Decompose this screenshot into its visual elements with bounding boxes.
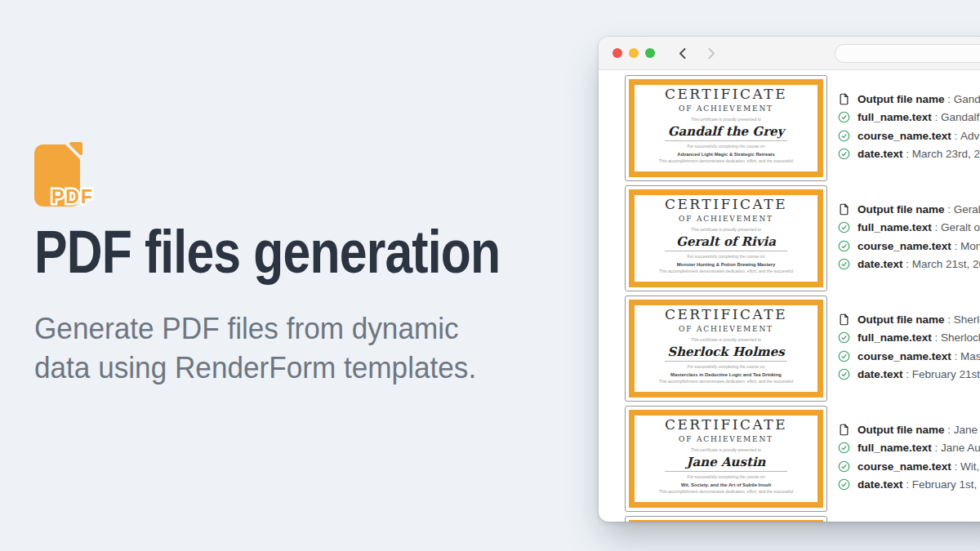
check-circle-icon (838, 221, 850, 233)
check-circle-icon (838, 331, 850, 344)
meta-line: full_name.text : Jane Austin (838, 439, 980, 458)
meta-list: Output file name : Geralt of Rivia full_… (838, 185, 980, 291)
meta-list: Output file name : Gandalf the Grey full… (838, 75, 980, 181)
meta-label: full_name.text (858, 111, 932, 123)
certificate-subtitle: OF ACHIEVEMENT (626, 325, 826, 333)
meta-label: Output file name (858, 203, 945, 216)
page-subtitle-line1: Generate PDF files from dynamic (34, 309, 476, 349)
certificate-row[interactable]: CERTIFICATE OF ACHIEVEMENT This certific… (625, 295, 980, 402)
meta-separator: : (945, 313, 954, 326)
check-circle-icon (838, 148, 850, 160)
meta-separator: : (951, 460, 960, 473)
check-circle-icon (838, 442, 850, 454)
meta-label: full_name.text (858, 442, 932, 454)
certificate-presented-line: This certificate is proudly presented to (640, 118, 811, 122)
meta-line: Output file name : Sherlock Holmes (838, 310, 980, 329)
meta-line: course_name.text : Monster Hunting & Pot… (838, 237, 980, 256)
page-background: { "colors": { "page_bg": "#EEF2F6", "hea… (0, 0, 980, 551)
meta-separator: : (951, 130, 960, 142)
meta-value: Masterclass in Deductive Logic and Tea D… (960, 350, 980, 362)
certificate-row[interactable]: CERTIFICATE OF ACHIEVEMENT This certific… (625, 75, 980, 181)
address-bar-input[interactable] (835, 44, 980, 63)
meta-label: course_name.text (858, 240, 951, 252)
meta-line: Output file name : Geralt of Rivia (838, 200, 980, 219)
zoom-window-button[interactable] (645, 48, 655, 58)
certificate-accomplishment-line: This accomplishment demonstrates dedicat… (640, 490, 811, 494)
certificate-completing-line: For successfully completing the course o… (640, 475, 811, 479)
certificate-signature-line (665, 471, 787, 472)
certificate-thumbnail[interactable]: CERTIFICATE OF ACHIEVEMENT This certific… (625, 75, 827, 181)
certificate-accomplishment-line: This accomplishment demonstrates dedicat… (640, 380, 811, 384)
file-icon (838, 93, 850, 105)
certificate-presented-line: This certificate is proudly presented to (640, 228, 811, 232)
certificate-completing-line: For successfully completing the course o… (640, 144, 811, 149)
file-icon (838, 203, 850, 216)
check-circle-icon (838, 240, 850, 252)
meta-value: Sherlock Holmes (941, 331, 980, 344)
close-window-button[interactable] (612, 48, 622, 58)
chevron-right-icon (704, 47, 718, 60)
certificate-accomplishment-line: This accomplishment demonstrates dedicat… (640, 159, 811, 163)
back-button[interactable] (676, 47, 690, 60)
meta-label: full_name.text (858, 221, 932, 233)
meta-value: Sherlock Holmes (954, 313, 980, 326)
certificate-subtitle: OF ACHIEVEMENT (626, 104, 826, 113)
meta-value: Geralt of Rivia (941, 221, 980, 233)
certificate-title: CERTIFICATE (626, 196, 826, 212)
certificate-title: CERTIFICATE (626, 86, 826, 102)
meta-line: full_name.text : Gandalf the Grey (838, 109, 980, 127)
minimize-window-button[interactable] (629, 48, 639, 58)
meta-separator: : (903, 148, 912, 160)
certificate-thumbnail[interactable]: CERTIFICATE OF ACHIEVEMENT This certific… (625, 185, 827, 291)
certificate-course-name: Monster Hunting & Potion Brewing Mastery (635, 262, 816, 267)
meta-line: date.text : February 21st, 2025 (838, 366, 980, 384)
certificate-title: CERTIFICATE (626, 306, 826, 322)
certificate-preview: CERTIFICATE OF ACHIEVEMENT This certific… (626, 186, 826, 274)
meta-label: date.text (858, 478, 903, 491)
certificate-row-partial[interactable] (625, 516, 980, 522)
certificate-recipient-name: Geralt of Rivia (626, 234, 826, 249)
check-circle-icon (838, 258, 850, 270)
check-circle-icon (838, 350, 850, 362)
meta-value: Wit, Society, and the Art of Subtle Insu… (960, 460, 980, 473)
certificate-row[interactable]: CERTIFICATE OF ACHIEVEMENT This certific… (625, 185, 980, 291)
meta-value: Gandalf the Grey (954, 93, 980, 105)
nav-controls (676, 47, 718, 60)
certificate-signature-line (665, 361, 787, 362)
meta-label: full_name.text (858, 331, 932, 344)
file-icon (838, 424, 850, 436)
forward-button[interactable] (704, 47, 718, 60)
meta-line: course_name.text : Wit, Society, and the… (838, 457, 980, 476)
certificate-preview: CERTIFICATE OF ACHIEVEMENT This certific… (626, 407, 826, 495)
chevron-left-icon (676, 47, 690, 60)
certificate-completing-line: For successfully completing the course o… (640, 255, 811, 259)
check-circle-icon (838, 460, 850, 473)
certificate-recipient-name: Gandalf the Grey (626, 124, 826, 139)
certificate-completing-line: For successfully completing the course o… (640, 365, 811, 369)
certificate-thumbnail[interactable] (625, 516, 827, 522)
meta-separator: : (945, 203, 954, 216)
certificate-title: CERTIFICATE (626, 416, 826, 433)
meta-separator: : (903, 258, 912, 270)
meta-label: Output file name (858, 93, 945, 105)
meta-separator: : (932, 442, 941, 454)
certificate-thumbnail[interactable]: CERTIFICATE OF ACHIEVEMENT This certific… (625, 295, 827, 402)
meta-label: Output file name (858, 313, 945, 326)
pdf-badge-label: PDF (51, 186, 94, 207)
meta-label: date.text (858, 368, 903, 380)
meta-separator: : (945, 93, 954, 105)
meta-value: Advanced Light Magic & Strategic Retreat… (960, 130, 980, 142)
meta-label: course_name.text (858, 350, 951, 362)
certificate-subtitle: OF ACHIEVEMENT (626, 435, 826, 443)
certificate-thumbnail[interactable]: CERTIFICATE OF ACHIEVEMENT This certific… (625, 406, 827, 512)
meta-value: Gandalf the Grey (941, 111, 980, 123)
certificate-signature-line (665, 251, 787, 251)
meta-line: date.text : February 1st, 2025 (838, 476, 980, 495)
certificate-row[interactable]: CERTIFICATE OF ACHIEVEMENT This certific… (625, 406, 980, 512)
meta-value: Jane Austin (941, 442, 980, 454)
meta-line: course_name.text : Masterclass in Deduct… (838, 347, 980, 366)
certificate-preview: CERTIFICATE OF ACHIEVEMENT This certific… (626, 296, 826, 384)
meta-value: February 21st, 2025 (912, 368, 980, 380)
certificate-presented-line: This certificate is proudly presented to (640, 338, 811, 342)
certificate-course-name: Advanced Light Magic & Strategic Retreat… (635, 152, 816, 157)
